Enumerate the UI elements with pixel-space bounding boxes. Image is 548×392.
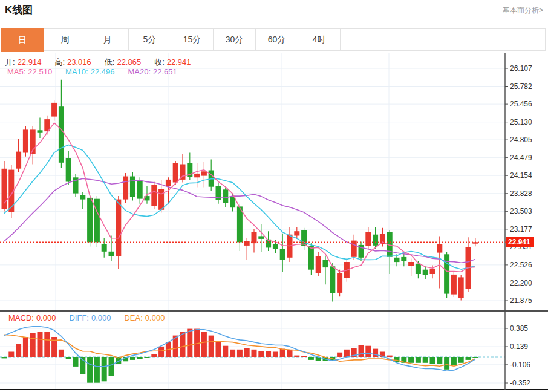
candle[interactable] xyxy=(394,258,400,262)
candle[interactable] xyxy=(59,106,64,163)
macd-bar xyxy=(337,353,342,357)
candles-group xyxy=(2,80,478,302)
candle[interactable] xyxy=(201,171,207,175)
svg-text:23.503: 23.503 xyxy=(510,207,532,215)
candle[interactable] xyxy=(423,270,428,275)
candle[interactable] xyxy=(223,189,228,203)
candle[interactable] xyxy=(109,252,114,256)
candle[interactable] xyxy=(51,103,57,117)
kline-widget: K线图 基本面分析> 日周月5分15分30分60分4时 开:22.914高:23… xyxy=(0,0,548,392)
macd-bar xyxy=(94,357,100,383)
candle[interactable] xyxy=(273,244,278,249)
legend-label: 开: xyxy=(5,57,15,67)
legend-item: DIFF:0.000 xyxy=(69,313,113,322)
candle[interactable] xyxy=(444,254,449,293)
legend-item: 收:22.941 xyxy=(154,57,193,67)
macd-bar xyxy=(145,357,150,358)
macd-bar xyxy=(387,356,393,357)
macd-bar xyxy=(258,351,264,357)
macd-bar xyxy=(66,357,71,359)
legend-value: 22.865 xyxy=(117,57,141,67)
candle[interactable] xyxy=(80,195,85,199)
candle[interactable] xyxy=(116,200,121,256)
legend-item: MACD:0.000 xyxy=(8,313,58,322)
svg-text:-0.352: -0.352 xyxy=(510,379,530,387)
candle[interactable] xyxy=(230,197,235,207)
candle[interactable] xyxy=(151,185,157,206)
macd-bar xyxy=(423,357,428,363)
candle[interactable] xyxy=(308,246,314,270)
macd-bar xyxy=(38,332,43,358)
macd-bar xyxy=(373,349,378,357)
legend-item: 高:23.016 xyxy=(54,57,93,67)
candle[interactable] xyxy=(330,266,335,293)
candle[interactable] xyxy=(252,232,257,243)
svg-text:23.177: 23.177 xyxy=(510,225,532,234)
candle[interactable] xyxy=(123,177,128,200)
macd-bar xyxy=(137,357,143,359)
candle[interactable] xyxy=(38,130,43,133)
candle[interactable] xyxy=(451,275,457,295)
candle[interactable] xyxy=(16,152,21,169)
candle[interactable] xyxy=(365,232,371,246)
candle[interactable] xyxy=(180,165,186,180)
macd-bar xyxy=(430,357,435,364)
candle[interactable] xyxy=(130,177,135,198)
candle[interactable] xyxy=(173,163,178,183)
legend-label: MACD: xyxy=(8,313,34,322)
candle[interactable] xyxy=(94,199,100,243)
legend-value: 22.651 xyxy=(153,67,177,76)
macd-bar xyxy=(444,357,449,370)
macd-bar xyxy=(394,357,400,362)
candle[interactable] xyxy=(323,260,328,267)
macd-bar xyxy=(301,356,307,357)
macd-bar xyxy=(8,352,14,358)
svg-text:24.479: 24.479 xyxy=(510,154,532,162)
candle[interactable] xyxy=(194,174,200,177)
candle[interactable] xyxy=(430,269,435,274)
candle[interactable] xyxy=(316,256,321,273)
candle[interactable] xyxy=(166,180,171,186)
candle[interactable] xyxy=(337,273,342,293)
candle[interactable] xyxy=(351,241,357,257)
macd-bar xyxy=(223,346,228,357)
macd-bar xyxy=(294,356,299,357)
macd-bar xyxy=(266,351,271,357)
candle[interactable] xyxy=(437,244,442,253)
macd-bar xyxy=(59,350,64,357)
candle[interactable] xyxy=(294,231,299,235)
candle[interactable] xyxy=(416,264,421,274)
legend-item: MA20:22.651 xyxy=(128,67,179,76)
candle[interactable] xyxy=(280,249,285,260)
candle[interactable] xyxy=(458,277,464,298)
macd-bar xyxy=(216,341,221,357)
legend-value: 22.510 xyxy=(28,67,52,76)
macd-bar xyxy=(130,357,135,360)
macd-bar xyxy=(209,336,214,357)
macd-bar xyxy=(359,345,364,358)
macd-bar xyxy=(365,346,371,357)
svg-text:22.941: 22.941 xyxy=(508,238,530,246)
candle[interactable] xyxy=(87,198,93,243)
macd-bar xyxy=(344,350,350,357)
macd-bar xyxy=(237,350,243,357)
macd-bar xyxy=(73,357,79,367)
candle[interactable] xyxy=(373,235,378,246)
macd-bar xyxy=(23,337,28,357)
svg-text:24.805: 24.805 xyxy=(510,136,532,144)
candle[interactable] xyxy=(408,262,414,266)
macd-bar xyxy=(2,357,7,358)
candle[interactable] xyxy=(258,236,264,239)
macd-bar xyxy=(273,352,278,358)
macd-bars-group xyxy=(2,329,478,383)
svg-text:24.154: 24.154 xyxy=(510,171,532,180)
candle[interactable] xyxy=(102,244,107,252)
candle[interactable] xyxy=(66,158,71,182)
candle[interactable] xyxy=(158,189,164,210)
candle[interactable] xyxy=(237,206,243,242)
candle[interactable] xyxy=(137,181,143,199)
macd-bar xyxy=(87,357,93,383)
legend-value: 22.914 xyxy=(18,57,42,67)
candle[interactable] xyxy=(23,129,28,152)
candle[interactable] xyxy=(401,257,406,261)
